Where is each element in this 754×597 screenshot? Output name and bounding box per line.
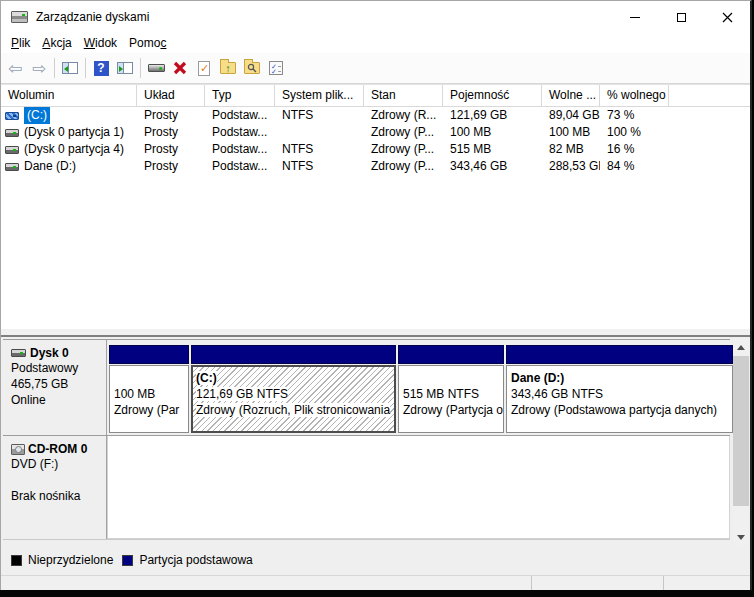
open-button[interactable]: ↑ bbox=[216, 56, 240, 80]
partition-body: 100 MB Zdrowy (Par bbox=[109, 365, 189, 433]
disk0-label-panel[interactable]: Dysk 0 Podstawowy 465,75 GB Online bbox=[3, 340, 107, 435]
bottom-edge-strip bbox=[0, 590, 754, 597]
type-cell: Podstaw... bbox=[205, 107, 275, 124]
column-header-typ[interactable]: Typ bbox=[205, 85, 275, 106]
help-button[interactable]: ? bbox=[89, 56, 113, 80]
drive-properties-button[interactable] bbox=[144, 56, 168, 80]
cdrom-label-panel[interactable]: CD-ROM 0 DVD (F:) Brak nośnika bbox=[3, 436, 107, 539]
disk0-name: Dysk 0 bbox=[30, 346, 69, 360]
volume-row-c[interactable]: (C:) Prosty Podstaw... NTFS Zdrowy (R...… bbox=[1, 107, 750, 124]
menu-widok[interactable]: Widok bbox=[78, 34, 123, 52]
fs-cell: NTFS bbox=[275, 158, 364, 175]
toolbar: ⇦ ⇨ ? ✓ ↑ ✓ ✓ bbox=[1, 53, 750, 84]
checkmark-document-icon: ✓ bbox=[198, 61, 210, 76]
volume-list-header: Wolumin Układ Typ System plik... Stan Po… bbox=[1, 85, 750, 107]
partition-body-selected: (C:) 121,69 GB NTFS Zdrowy (Rozruch, Pli… bbox=[191, 365, 396, 433]
disk0-status: Online bbox=[11, 392, 102, 408]
column-header-procent-wolnego[interactable]: % wolnego bbox=[600, 85, 669, 106]
toolbar-separator bbox=[140, 58, 141, 78]
maximize-icon bbox=[677, 13, 686, 22]
mark-active-button[interactable]: ✓ bbox=[192, 56, 216, 80]
volume-row-partition4[interactable]: (Dysk 0 partycja 4) Prosty Podstaw... NT… bbox=[1, 141, 750, 158]
volume-name-cell: (C:) bbox=[1, 107, 137, 124]
volume-name-cell: (Dysk 0 partycja 1) bbox=[1, 124, 137, 141]
console-tree-icon bbox=[62, 62, 78, 74]
layout-cell: Prosty bbox=[137, 107, 205, 124]
scrollbar-thumb[interactable] bbox=[733, 356, 749, 506]
layout-cell: Prosty bbox=[137, 141, 205, 158]
back-icon: ⇦ bbox=[8, 60, 22, 77]
view-options-button[interactable]: ✓ ✓ bbox=[264, 56, 288, 80]
forward-icon: ⇨ bbox=[32, 60, 46, 77]
disk-management-window: Zarządzanie dyskami Plik Akcja Widok Pom… bbox=[0, 0, 752, 590]
column-header-wolne[interactable]: Wolne ... bbox=[542, 85, 600, 106]
capacity-cell: 343,46 GB bbox=[443, 158, 542, 175]
status-section-2 bbox=[532, 576, 664, 590]
close-icon bbox=[722, 12, 733, 23]
fs-cell bbox=[275, 124, 364, 141]
scroll-down-icon bbox=[737, 535, 745, 540]
show-console-tree-button[interactable] bbox=[58, 56, 82, 80]
partition-recovery[interactable]: 515 MB NTFS Zdrowy (Partycja o bbox=[398, 345, 504, 435]
volume-drive-icon bbox=[5, 112, 19, 120]
status-section-1 bbox=[1, 576, 532, 590]
forward-button[interactable]: ⇨ bbox=[27, 56, 51, 80]
scroll-down-button[interactable] bbox=[733, 529, 749, 546]
scroll-up-icon bbox=[737, 345, 745, 350]
explore-button[interactable] bbox=[240, 56, 264, 80]
free-pct-cell: 100 % bbox=[600, 124, 669, 141]
free-cell: 89,04 GB bbox=[542, 107, 600, 124]
menu-akcja[interactable]: Akcja bbox=[36, 34, 77, 52]
type-cell: Podstaw... bbox=[205, 158, 275, 175]
column-header-pojemnosc[interactable]: Pojemność bbox=[443, 85, 542, 106]
vertical-scrollbar[interactable] bbox=[733, 339, 749, 546]
type-cell: Podstaw... bbox=[205, 141, 275, 158]
minimize-icon bbox=[630, 17, 640, 18]
free-cell: 82 MB bbox=[542, 141, 600, 158]
scroll-up-button[interactable] bbox=[733, 339, 749, 356]
primary-partition-swatch bbox=[122, 555, 133, 566]
partition-system-reserved[interactable]: 100 MB Zdrowy (Par bbox=[109, 345, 189, 435]
column-header-wolumin[interactable]: Wolumin bbox=[1, 85, 137, 106]
minimize-button[interactable] bbox=[612, 1, 658, 33]
partition-body: 515 MB NTFS Zdrowy (Partycja o bbox=[398, 365, 504, 433]
volume-drive-icon bbox=[5, 129, 19, 137]
volume-row-dane[interactable]: Dane (D:) Prosty Podstaw... NTFS Zdrowy … bbox=[1, 158, 750, 175]
partition-header-bar bbox=[506, 345, 733, 364]
column-header-stan[interactable]: Stan bbox=[364, 85, 443, 106]
help-icon: ? bbox=[94, 61, 109, 76]
volume-drive-icon bbox=[5, 163, 19, 171]
volume-row-partition1[interactable]: (Dysk 0 partycja 1) Prosty Podstaw... Zd… bbox=[1, 124, 750, 141]
close-button[interactable] bbox=[704, 1, 750, 33]
column-header-uklad[interactable]: Układ bbox=[137, 85, 205, 106]
free-cell: 100 MB bbox=[542, 124, 600, 141]
menu-pomoc[interactable]: Pomoc bbox=[123, 34, 172, 52]
maximize-button[interactable] bbox=[658, 1, 704, 33]
status-cell: Zdrowy (P... bbox=[364, 124, 443, 141]
back-button[interactable]: ⇦ bbox=[3, 56, 27, 80]
cdrom-status: Brak nośnika bbox=[11, 488, 102, 504]
volume-name-cell: (Dysk 0 partycja 4) bbox=[1, 141, 137, 158]
cdrom-media-area bbox=[107, 436, 730, 539]
window-controls bbox=[612, 1, 750, 33]
delete-volume-button[interactable] bbox=[168, 56, 192, 80]
drive-icon bbox=[148, 64, 165, 72]
app-drive-icon bbox=[11, 11, 28, 23]
volume-list: Wolumin Układ Typ System plik... Stan Po… bbox=[1, 84, 750, 329]
unallocated-swatch bbox=[11, 555, 22, 566]
legend: Nieprzydzielone Partycja podstawowa bbox=[11, 553, 730, 567]
partition-dane[interactable]: Dane (D:) 343,46 GB NTFS Zdrowy (Podstaw… bbox=[506, 345, 733, 435]
show-action-pane-button[interactable] bbox=[113, 56, 137, 80]
pane-splitter[interactable] bbox=[1, 329, 750, 337]
free-pct-cell: 84 % bbox=[600, 158, 669, 175]
toolbar-separator bbox=[54, 58, 55, 78]
type-cell: Podstaw... bbox=[205, 124, 275, 141]
cdrom-row: CD-ROM 0 DVD (F:) Brak nośnika bbox=[3, 435, 730, 540]
partition-c[interactable]: (C:) 121,69 GB NTFS Zdrowy (Rozruch, Pli… bbox=[191, 345, 396, 435]
column-header-system-plikow[interactable]: System plik... bbox=[275, 85, 364, 106]
partition-header-bar bbox=[398, 345, 504, 364]
capacity-cell: 515 MB bbox=[443, 141, 542, 158]
spacer-line bbox=[11, 472, 102, 488]
delete-x-icon bbox=[173, 61, 187, 75]
menu-plik[interactable]: Plik bbox=[5, 34, 36, 52]
